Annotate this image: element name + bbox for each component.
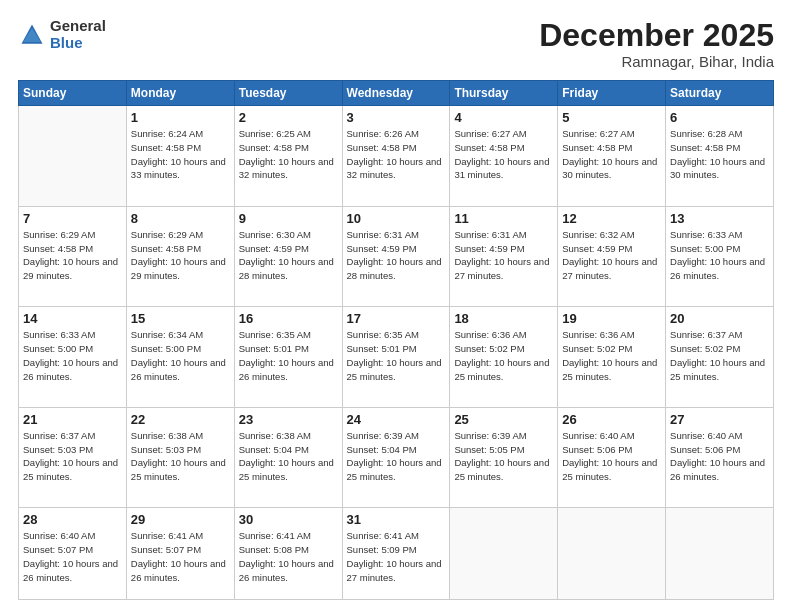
calendar-week-2: 7Sunrise: 6:29 AM Sunset: 4:58 PM Daylig… <box>19 206 774 307</box>
calendar-table: Sunday Monday Tuesday Wednesday Thursday… <box>18 80 774 600</box>
day-info: Sunrise: 6:31 AM Sunset: 4:59 PM Dayligh… <box>454 228 553 283</box>
table-row: 10Sunrise: 6:31 AM Sunset: 4:59 PM Dayli… <box>342 206 450 307</box>
table-row: 4Sunrise: 6:27 AM Sunset: 4:58 PM Daylig… <box>450 106 558 207</box>
day-number: 11 <box>454 211 553 226</box>
day-number: 12 <box>562 211 661 226</box>
day-info: Sunrise: 6:35 AM Sunset: 5:01 PM Dayligh… <box>347 328 446 383</box>
day-number: 17 <box>347 311 446 326</box>
table-row: 28Sunrise: 6:40 AM Sunset: 5:07 PM Dayli… <box>19 508 127 600</box>
day-number: 29 <box>131 512 230 527</box>
day-info: Sunrise: 6:34 AM Sunset: 5:00 PM Dayligh… <box>131 328 230 383</box>
day-info: Sunrise: 6:29 AM Sunset: 4:58 PM Dayligh… <box>23 228 122 283</box>
day-number: 26 <box>562 412 661 427</box>
table-row: 9Sunrise: 6:30 AM Sunset: 4:59 PM Daylig… <box>234 206 342 307</box>
table-row: 14Sunrise: 6:33 AM Sunset: 5:00 PM Dayli… <box>19 307 127 408</box>
table-row <box>666 508 774 600</box>
day-number: 28 <box>23 512 122 527</box>
col-wednesday: Wednesday <box>342 81 450 106</box>
day-info: Sunrise: 6:33 AM Sunset: 5:00 PM Dayligh… <box>670 228 769 283</box>
day-info: Sunrise: 6:41 AM Sunset: 5:08 PM Dayligh… <box>239 529 338 584</box>
day-number: 16 <box>239 311 338 326</box>
day-number: 31 <box>347 512 446 527</box>
col-saturday: Saturday <box>666 81 774 106</box>
table-row: 12Sunrise: 6:32 AM Sunset: 4:59 PM Dayli… <box>558 206 666 307</box>
day-info: Sunrise: 6:27 AM Sunset: 4:58 PM Dayligh… <box>454 127 553 182</box>
table-row: 8Sunrise: 6:29 AM Sunset: 4:58 PM Daylig… <box>126 206 234 307</box>
day-info: Sunrise: 6:33 AM Sunset: 5:00 PM Dayligh… <box>23 328 122 383</box>
day-number: 14 <box>23 311 122 326</box>
day-info: Sunrise: 6:37 AM Sunset: 5:02 PM Dayligh… <box>670 328 769 383</box>
day-info: Sunrise: 6:32 AM Sunset: 4:59 PM Dayligh… <box>562 228 661 283</box>
table-row: 27Sunrise: 6:40 AM Sunset: 5:06 PM Dayli… <box>666 407 774 508</box>
col-tuesday: Tuesday <box>234 81 342 106</box>
table-row: 26Sunrise: 6:40 AM Sunset: 5:06 PM Dayli… <box>558 407 666 508</box>
day-number: 8 <box>131 211 230 226</box>
day-number: 22 <box>131 412 230 427</box>
day-info: Sunrise: 6:29 AM Sunset: 4:58 PM Dayligh… <box>131 228 230 283</box>
col-thursday: Thursday <box>450 81 558 106</box>
calendar-week-5: 28Sunrise: 6:40 AM Sunset: 5:07 PM Dayli… <box>19 508 774 600</box>
table-row: 23Sunrise: 6:38 AM Sunset: 5:04 PM Dayli… <box>234 407 342 508</box>
table-row: 31Sunrise: 6:41 AM Sunset: 5:09 PM Dayli… <box>342 508 450 600</box>
title-month: December 2025 <box>539 18 774 53</box>
table-row: 20Sunrise: 6:37 AM Sunset: 5:02 PM Dayli… <box>666 307 774 408</box>
table-row: 30Sunrise: 6:41 AM Sunset: 5:08 PM Dayli… <box>234 508 342 600</box>
table-row: 11Sunrise: 6:31 AM Sunset: 4:59 PM Dayli… <box>450 206 558 307</box>
day-info: Sunrise: 6:31 AM Sunset: 4:59 PM Dayligh… <box>347 228 446 283</box>
day-info: Sunrise: 6:40 AM Sunset: 5:07 PM Dayligh… <box>23 529 122 584</box>
calendar-header-row: Sunday Monday Tuesday Wednesday Thursday… <box>19 81 774 106</box>
day-number: 15 <box>131 311 230 326</box>
day-number: 19 <box>562 311 661 326</box>
day-number: 2 <box>239 110 338 125</box>
col-monday: Monday <box>126 81 234 106</box>
page: General Blue December 2025 Ramnagar, Bih… <box>0 0 792 612</box>
calendar-week-1: 1Sunrise: 6:24 AM Sunset: 4:58 PM Daylig… <box>19 106 774 207</box>
table-row: 2Sunrise: 6:25 AM Sunset: 4:58 PM Daylig… <box>234 106 342 207</box>
logo-blue-text: Blue <box>50 35 106 52</box>
day-info: Sunrise: 6:39 AM Sunset: 5:04 PM Dayligh… <box>347 429 446 484</box>
table-row: 29Sunrise: 6:41 AM Sunset: 5:07 PM Dayli… <box>126 508 234 600</box>
day-number: 24 <box>347 412 446 427</box>
logo-text: General Blue <box>50 18 106 51</box>
svg-marker-1 <box>23 28 41 42</box>
day-number: 27 <box>670 412 769 427</box>
day-number: 5 <box>562 110 661 125</box>
day-number: 7 <box>23 211 122 226</box>
title-block: December 2025 Ramnagar, Bihar, India <box>539 18 774 70</box>
col-sunday: Sunday <box>19 81 127 106</box>
table-row: 5Sunrise: 6:27 AM Sunset: 4:58 PM Daylig… <box>558 106 666 207</box>
day-info: Sunrise: 6:25 AM Sunset: 4:58 PM Dayligh… <box>239 127 338 182</box>
day-info: Sunrise: 6:38 AM Sunset: 5:03 PM Dayligh… <box>131 429 230 484</box>
calendar-week-3: 14Sunrise: 6:33 AM Sunset: 5:00 PM Dayli… <box>19 307 774 408</box>
day-number: 3 <box>347 110 446 125</box>
table-row: 24Sunrise: 6:39 AM Sunset: 5:04 PM Dayli… <box>342 407 450 508</box>
day-number: 1 <box>131 110 230 125</box>
day-number: 6 <box>670 110 769 125</box>
table-row: 15Sunrise: 6:34 AM Sunset: 5:00 PM Dayli… <box>126 307 234 408</box>
table-row: 25Sunrise: 6:39 AM Sunset: 5:05 PM Dayli… <box>450 407 558 508</box>
day-info: Sunrise: 6:41 AM Sunset: 5:07 PM Dayligh… <box>131 529 230 584</box>
day-number: 10 <box>347 211 446 226</box>
day-number: 21 <box>23 412 122 427</box>
day-number: 25 <box>454 412 553 427</box>
table-row: 22Sunrise: 6:38 AM Sunset: 5:03 PM Dayli… <box>126 407 234 508</box>
day-number: 30 <box>239 512 338 527</box>
table-row: 7Sunrise: 6:29 AM Sunset: 4:58 PM Daylig… <box>19 206 127 307</box>
day-number: 23 <box>239 412 338 427</box>
day-info: Sunrise: 6:40 AM Sunset: 5:06 PM Dayligh… <box>562 429 661 484</box>
table-row <box>19 106 127 207</box>
day-info: Sunrise: 6:38 AM Sunset: 5:04 PM Dayligh… <box>239 429 338 484</box>
day-info: Sunrise: 6:27 AM Sunset: 4:58 PM Dayligh… <box>562 127 661 182</box>
day-info: Sunrise: 6:26 AM Sunset: 4:58 PM Dayligh… <box>347 127 446 182</box>
day-number: 13 <box>670 211 769 226</box>
table-row: 21Sunrise: 6:37 AM Sunset: 5:03 PM Dayli… <box>19 407 127 508</box>
table-row: 13Sunrise: 6:33 AM Sunset: 5:00 PM Dayli… <box>666 206 774 307</box>
day-info: Sunrise: 6:39 AM Sunset: 5:05 PM Dayligh… <box>454 429 553 484</box>
day-number: 4 <box>454 110 553 125</box>
table-row: 19Sunrise: 6:36 AM Sunset: 5:02 PM Dayli… <box>558 307 666 408</box>
day-info: Sunrise: 6:41 AM Sunset: 5:09 PM Dayligh… <box>347 529 446 584</box>
col-friday: Friday <box>558 81 666 106</box>
header: General Blue December 2025 Ramnagar, Bih… <box>18 18 774 70</box>
logo-icon <box>18 21 46 49</box>
day-number: 18 <box>454 311 553 326</box>
